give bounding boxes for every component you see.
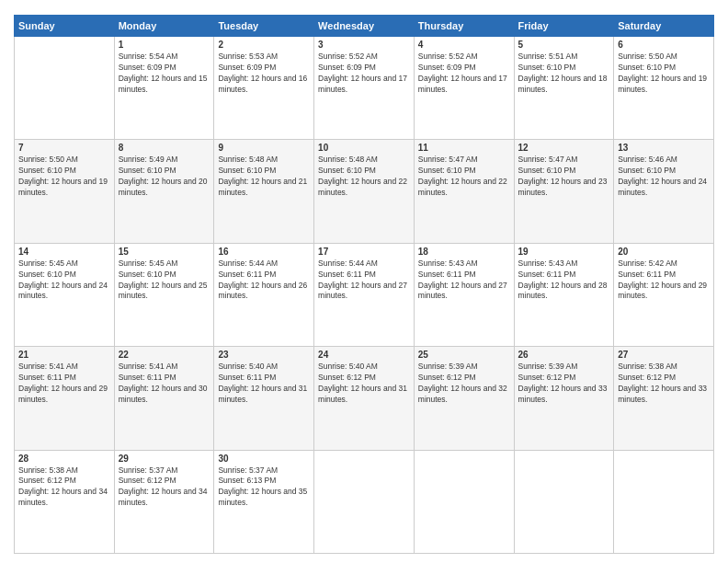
week-row-5: 28Sunrise: 5:38 AMSunset: 6:12 PMDayligh… — [15, 450, 714, 553]
day-number: 27 — [618, 350, 710, 360]
day-number: 3 — [318, 40, 410, 50]
day-info: Sunrise: 5:53 AMSunset: 6:09 PMDaylight:… — [218, 52, 310, 96]
day-cell: 13Sunrise: 5:46 AMSunset: 6:10 PMDayligh… — [614, 140, 714, 243]
day-info: Sunrise: 5:44 AMSunset: 6:11 PMDaylight:… — [318, 259, 410, 303]
day-info: Sunrise: 5:52 AMSunset: 6:09 PMDaylight:… — [318, 52, 410, 96]
day-cell — [414, 450, 514, 553]
day-number: 14 — [18, 247, 110, 257]
day-cell: 30Sunrise: 5:37 AMSunset: 6:13 PMDayligh… — [214, 450, 314, 553]
day-info: Sunrise: 5:43 AMSunset: 6:11 PMDaylight:… — [418, 259, 510, 303]
day-number: 24 — [318, 350, 410, 360]
week-row-4: 21Sunrise: 5:41 AMSunset: 6:11 PMDayligh… — [15, 347, 714, 450]
day-number: 6 — [618, 40, 710, 50]
day-number: 22 — [119, 350, 210, 360]
day-info: Sunrise: 5:40 AMSunset: 6:11 PMDaylight:… — [218, 362, 310, 406]
day-cell: 6Sunrise: 5:50 AMSunset: 6:10 PMDaylight… — [614, 37, 714, 140]
day-cell: 4Sunrise: 5:52 AMSunset: 6:09 PMDaylight… — [414, 37, 514, 140]
day-cell: 1Sunrise: 5:54 AMSunset: 6:09 PMDaylight… — [114, 37, 214, 140]
day-cell: 23Sunrise: 5:40 AMSunset: 6:11 PMDayligh… — [214, 347, 314, 450]
day-cell: 22Sunrise: 5:41 AMSunset: 6:11 PMDayligh… — [114, 347, 214, 450]
day-cell: 18Sunrise: 5:43 AMSunset: 6:11 PMDayligh… — [414, 243, 514, 346]
day-cell: 14Sunrise: 5:45 AMSunset: 6:10 PMDayligh… — [15, 243, 115, 346]
day-number: 30 — [218, 454, 310, 464]
day-info: Sunrise: 5:50 AMSunset: 6:10 PMDaylight:… — [618, 52, 710, 96]
day-cell: 20Sunrise: 5:42 AMSunset: 6:11 PMDayligh… — [614, 243, 714, 346]
col-header-monday: Monday — [114, 16, 214, 37]
day-cell: 25Sunrise: 5:39 AMSunset: 6:12 PMDayligh… — [414, 347, 514, 450]
day-cell: 24Sunrise: 5:40 AMSunset: 6:12 PMDayligh… — [314, 347, 415, 450]
col-header-wednesday: Wednesday — [314, 16, 415, 37]
calendar-table: SundayMondayTuesdayWednesdayThursdayFrid… — [14, 15, 714, 554]
day-info: Sunrise: 5:37 AMSunset: 6:12 PMDaylight:… — [119, 465, 210, 510]
day-info: Sunrise: 5:38 AMSunset: 6:12 PMDaylight:… — [618, 362, 710, 406]
day-cell: 10Sunrise: 5:48 AMSunset: 6:10 PMDayligh… — [314, 140, 415, 243]
day-number: 26 — [518, 350, 610, 360]
day-cell: 11Sunrise: 5:47 AMSunset: 6:10 PMDayligh… — [414, 140, 514, 243]
day-info: Sunrise: 5:48 AMSunset: 6:10 PMDaylight:… — [218, 155, 310, 199]
day-number: 5 — [518, 40, 610, 50]
day-info: Sunrise: 5:50 AMSunset: 6:10 PMDaylight:… — [18, 155, 110, 199]
day-info: Sunrise: 5:49 AMSunset: 6:10 PMDaylight:… — [119, 155, 210, 199]
day-number: 18 — [418, 247, 510, 257]
day-info: Sunrise: 5:44 AMSunset: 6:11 PMDaylight:… — [218, 259, 310, 303]
day-number: 28 — [18, 454, 110, 464]
day-number: 19 — [518, 247, 610, 257]
day-info: Sunrise: 5:54 AMSunset: 6:09 PMDaylight:… — [119, 52, 210, 96]
day-number: 11 — [418, 143, 510, 153]
day-cell — [614, 450, 714, 553]
day-number: 15 — [119, 247, 210, 257]
day-info: Sunrise: 5:52 AMSunset: 6:09 PMDaylight:… — [418, 52, 510, 96]
day-info: Sunrise: 5:43 AMSunset: 6:11 PMDaylight:… — [518, 259, 610, 303]
day-cell: 29Sunrise: 5:37 AMSunset: 6:12 PMDayligh… — [114, 450, 214, 553]
day-number: 7 — [18, 143, 110, 153]
day-cell — [314, 450, 415, 553]
day-info: Sunrise: 5:45 AMSunset: 6:10 PMDaylight:… — [119, 259, 210, 303]
day-number: 17 — [318, 247, 410, 257]
day-cell: 5Sunrise: 5:51 AMSunset: 6:10 PMDaylight… — [514, 37, 614, 140]
day-number: 1 — [119, 40, 210, 50]
day-cell — [514, 450, 614, 553]
col-header-saturday: Saturday — [614, 16, 714, 37]
day-cell: 17Sunrise: 5:44 AMSunset: 6:11 PMDayligh… — [314, 243, 415, 346]
day-cell: 27Sunrise: 5:38 AMSunset: 6:12 PMDayligh… — [614, 347, 714, 450]
day-info: Sunrise: 5:42 AMSunset: 6:11 PMDaylight:… — [618, 259, 710, 303]
day-info: Sunrise: 5:45 AMSunset: 6:10 PMDaylight:… — [18, 259, 110, 303]
day-cell: 28Sunrise: 5:38 AMSunset: 6:12 PMDayligh… — [15, 450, 115, 553]
day-cell: 7Sunrise: 5:50 AMSunset: 6:10 PMDaylight… — [15, 140, 115, 243]
col-header-friday: Friday — [514, 16, 614, 37]
day-cell: 2Sunrise: 5:53 AMSunset: 6:09 PMDaylight… — [214, 37, 314, 140]
header-row: SundayMondayTuesdayWednesdayThursdayFrid… — [15, 16, 714, 37]
day-info: Sunrise: 5:37 AMSunset: 6:13 PMDaylight:… — [218, 465, 310, 510]
day-number: 9 — [218, 143, 310, 153]
day-info: Sunrise: 5:38 AMSunset: 6:12 PMDaylight:… — [18, 465, 110, 510]
day-number: 21 — [18, 350, 110, 360]
day-number: 8 — [119, 143, 210, 153]
day-cell: 26Sunrise: 5:39 AMSunset: 6:12 PMDayligh… — [514, 347, 614, 450]
day-number: 20 — [618, 247, 710, 257]
day-cell: 19Sunrise: 5:43 AMSunset: 6:11 PMDayligh… — [514, 243, 614, 346]
day-number: 29 — [119, 454, 210, 464]
week-row-3: 14Sunrise: 5:45 AMSunset: 6:10 PMDayligh… — [15, 243, 714, 346]
day-number: 4 — [418, 40, 510, 50]
day-number: 2 — [218, 40, 310, 50]
day-number: 25 — [418, 350, 510, 360]
day-cell: 15Sunrise: 5:45 AMSunset: 6:10 PMDayligh… — [114, 243, 214, 346]
day-number: 23 — [218, 350, 310, 360]
week-row-1: 1Sunrise: 5:54 AMSunset: 6:09 PMDaylight… — [15, 37, 714, 140]
day-info: Sunrise: 5:40 AMSunset: 6:12 PMDaylight:… — [318, 362, 410, 406]
day-number: 13 — [618, 143, 710, 153]
day-cell: 16Sunrise: 5:44 AMSunset: 6:11 PMDayligh… — [214, 243, 314, 346]
day-info: Sunrise: 5:46 AMSunset: 6:10 PMDaylight:… — [618, 155, 710, 199]
day-info: Sunrise: 5:47 AMSunset: 6:10 PMDaylight:… — [418, 155, 510, 199]
day-number: 10 — [318, 143, 410, 153]
day-info: Sunrise: 5:48 AMSunset: 6:10 PMDaylight:… — [318, 155, 410, 199]
col-header-tuesday: Tuesday — [214, 16, 314, 37]
day-cell: 3Sunrise: 5:52 AMSunset: 6:09 PMDaylight… — [314, 37, 415, 140]
day-info: Sunrise: 5:39 AMSunset: 6:12 PMDaylight:… — [518, 362, 610, 406]
day-info: Sunrise: 5:41 AMSunset: 6:11 PMDaylight:… — [119, 362, 210, 406]
page: General Blue SundayMondayTuesdayWednesda… — [0, 0, 728, 563]
day-info: Sunrise: 5:41 AMSunset: 6:11 PMDaylight:… — [18, 362, 110, 406]
day-cell: 9Sunrise: 5:48 AMSunset: 6:10 PMDaylight… — [214, 140, 314, 243]
day-number: 12 — [518, 143, 610, 153]
day-cell: 21Sunrise: 5:41 AMSunset: 6:11 PMDayligh… — [15, 347, 115, 450]
